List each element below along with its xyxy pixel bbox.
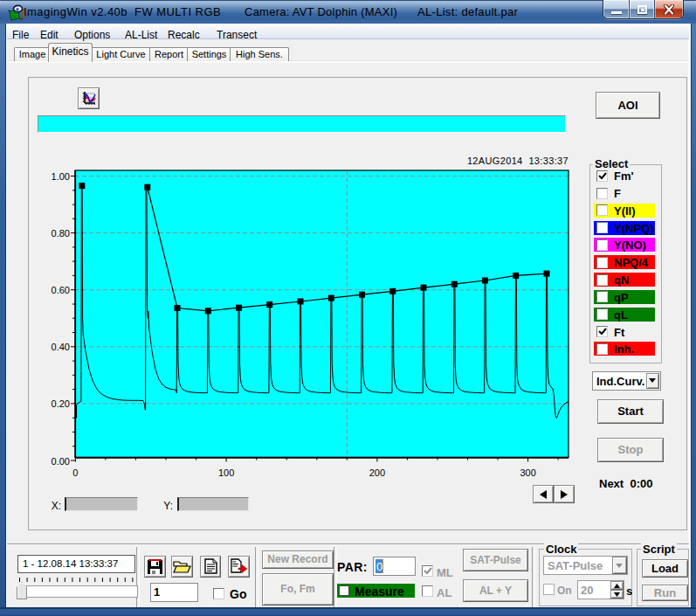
svg-text:0.80: 0.80	[52, 228, 70, 239]
svg-text:1.00: 1.00	[52, 171, 70, 182]
svg-text:100: 100	[218, 467, 234, 478]
svg-text:300: 300	[520, 467, 535, 478]
svg-text:0.60: 0.60	[52, 285, 70, 295]
svg-text:0.40: 0.40	[52, 342, 70, 352]
svg-text:200: 200	[369, 467, 385, 478]
svg-text:0.20: 0.20	[52, 398, 70, 409]
svg-text:0.00: 0.00	[52, 456, 70, 467]
svg-text:0: 0	[72, 467, 78, 478]
